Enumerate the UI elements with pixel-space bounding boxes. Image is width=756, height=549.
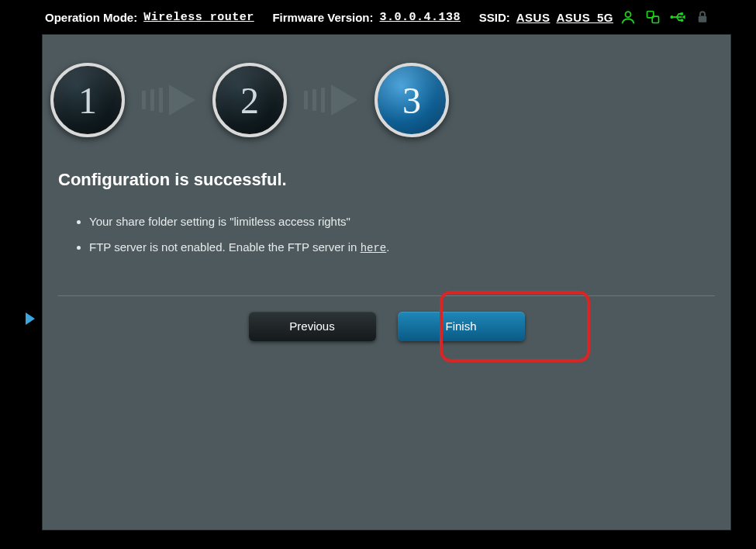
page-title: Configuration is successful. [58,170,715,190]
network-icon[interactable] [644,9,661,25]
list-item: Your share folder setting is "limitless … [89,213,715,230]
firmware-label: Firmware Version: [272,11,373,24]
main-panel: 1 2 3 Configuration is successful. Your … [42,34,731,530]
svg-rect-4 [680,12,682,15]
top-header: Operation Mode: Wireless router Firmware… [0,0,756,33]
finish-button[interactable]: Finish [398,312,525,341]
user-icon[interactable] [620,9,637,25]
operation-mode-label: Operation Mode: [45,11,137,24]
status-list: Your share folder setting is "limitless … [58,213,715,257]
ssid-label: SSID: [479,11,510,24]
firmware-link[interactable]: 3.0.0.4.138 [380,11,461,24]
step-arrow-icon [304,85,357,116]
svg-point-5 [681,19,684,22]
step-3-active: 3 [375,63,449,137]
step-indicator: 1 2 3 [43,35,730,156]
ssid-value-2[interactable]: ASUS_5G [556,11,613,24]
step-arrow-icon [142,85,195,116]
divider [58,295,715,296]
ftp-status-text: FTP server is not enabled. Enable the FT… [89,240,361,254]
list-item: FTP server is not enabled. Enable the FT… [89,239,715,257]
step-1: 1 [50,63,125,137]
content-area: Configuration is successful. Your share … [43,170,730,341]
operation-mode-link[interactable]: Wireless router [143,11,254,24]
action-row: Previous Finish [58,312,715,341]
lock-icon[interactable] [694,9,711,25]
header-icons [620,9,711,25]
enable-ftp-link[interactable]: here [361,242,387,254]
expand-panel-arrow-icon[interactable] [26,312,35,325]
ssid-value-1[interactable]: ASUS [516,11,551,24]
usb-icon[interactable] [669,9,686,25]
ftp-status-post: . [386,240,389,254]
step-2: 2 [212,63,287,137]
svg-point-0 [626,12,631,17]
svg-rect-6 [699,16,707,22]
previous-button[interactable]: Previous [249,312,376,341]
